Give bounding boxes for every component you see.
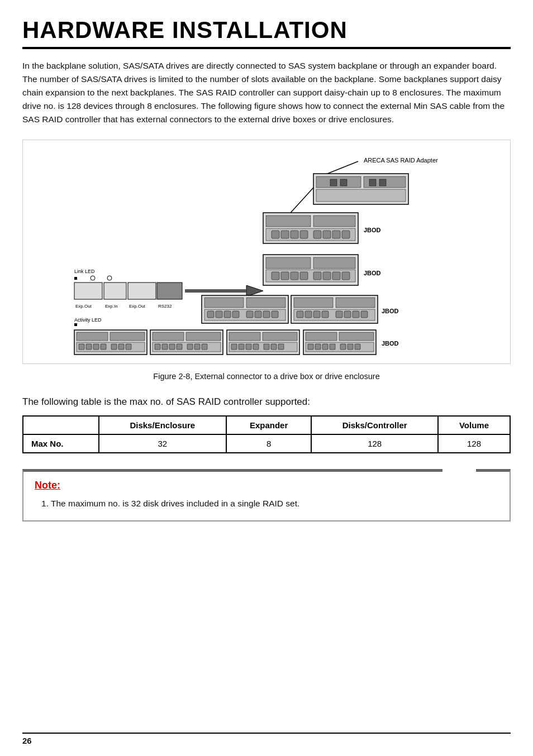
svg-rect-55 xyxy=(246,298,285,308)
row-label-max: Max No. xyxy=(23,434,99,453)
svg-rect-32 xyxy=(281,231,289,238)
note-title: Note: xyxy=(35,480,498,491)
svg-rect-110 xyxy=(278,344,284,350)
svg-rect-3 xyxy=(316,176,361,188)
svg-rect-112 xyxy=(306,332,337,341)
footer-rule xyxy=(22,733,511,734)
svg-rect-107 xyxy=(253,344,259,350)
page-number: 26 xyxy=(22,736,32,745)
table-row: Max No. 32 8 128 128 xyxy=(23,434,510,453)
svg-rect-95 xyxy=(169,344,175,350)
svg-rect-88 xyxy=(126,344,131,350)
svg-rect-57 xyxy=(207,311,214,318)
svg-rect-90 xyxy=(153,332,184,341)
cell-volume: 128 xyxy=(438,434,510,453)
svg-rect-5 xyxy=(316,189,406,202)
svg-rect-113 xyxy=(339,332,374,341)
svg-rect-67 xyxy=(336,298,375,308)
col-header-empty xyxy=(23,416,99,434)
svg-rect-109 xyxy=(271,344,277,350)
svg-rect-85 xyxy=(101,344,106,350)
svg-rect-120 xyxy=(348,344,353,350)
col-header-expander: Expander xyxy=(226,416,312,434)
svg-rect-72 xyxy=(322,311,329,318)
note-item-1: 1. The maximum no. is 32 disk drives inc… xyxy=(41,497,498,510)
col-header-volume: Volume xyxy=(438,416,510,434)
svg-rect-36 xyxy=(323,231,331,238)
svg-rect-106 xyxy=(246,344,251,350)
page-footer: 26 xyxy=(22,733,511,746)
svg-rect-8 xyxy=(369,179,376,186)
svg-rect-104 xyxy=(231,344,237,350)
svg-rect-87 xyxy=(118,344,124,350)
svg-rect-93 xyxy=(155,344,160,350)
svg-rect-46 xyxy=(291,272,298,280)
page-title: HARDWARE INSTALLATION xyxy=(22,17,511,44)
svg-rect-66 xyxy=(294,298,333,308)
cell-disks-controller: 128 xyxy=(311,434,438,453)
svg-rect-119 xyxy=(340,344,346,350)
svg-rect-102 xyxy=(263,332,297,341)
svg-point-14 xyxy=(107,276,112,280)
col-header-disks-enclosure: Disks/Enclosure xyxy=(99,416,226,434)
svg-rect-34 xyxy=(300,231,308,238)
svg-rect-83 xyxy=(86,344,92,350)
svg-rect-74 xyxy=(344,311,351,318)
svg-rect-44 xyxy=(272,272,279,280)
svg-rect-54 xyxy=(204,298,244,308)
intro-paragraph: In the backplane solution, SAS/SATA driv… xyxy=(22,59,511,126)
svg-rect-7 xyxy=(340,179,347,186)
table-intro: The following table is the max no. of SA… xyxy=(22,396,511,408)
svg-rect-35 xyxy=(313,231,321,238)
svg-rect-97 xyxy=(187,344,193,350)
svg-rect-60 xyxy=(232,311,239,318)
svg-rect-76 xyxy=(361,311,368,318)
svg-rect-94 xyxy=(162,344,168,350)
svg-rect-75 xyxy=(353,311,359,318)
svg-rect-73 xyxy=(336,311,342,318)
svg-rect-42 xyxy=(313,257,355,269)
svg-rect-101 xyxy=(229,332,260,341)
svg-rect-82 xyxy=(79,344,84,350)
cell-expander: 8 xyxy=(226,434,312,453)
svg-rect-59 xyxy=(224,311,231,318)
svg-rect-29 xyxy=(313,216,355,227)
svg-rect-37 xyxy=(332,231,340,238)
svg-rect-121 xyxy=(355,344,360,350)
svg-rect-33 xyxy=(291,231,298,238)
svg-text:Exp.Out: Exp.Out xyxy=(75,304,92,309)
svg-rect-61 xyxy=(246,311,253,318)
svg-rect-70 xyxy=(305,311,312,318)
note-box: Note: 1. The maximum no. is 32 disk driv… xyxy=(22,469,511,521)
svg-text:JBOD: JBOD xyxy=(364,270,381,276)
svg-rect-84 xyxy=(93,344,99,350)
svg-rect-105 xyxy=(239,344,244,350)
svg-rect-9 xyxy=(379,179,386,186)
svg-text:ARECA SAS RAID Adapter: ARECA SAS RAID Adapter xyxy=(364,157,438,164)
svg-marker-25 xyxy=(246,285,263,296)
svg-text:Activity LED: Activity LED xyxy=(74,317,102,323)
svg-rect-58 xyxy=(216,311,222,318)
svg-rect-69 xyxy=(297,311,303,318)
svg-rect-108 xyxy=(264,344,269,350)
svg-text:Exp.In: Exp.In xyxy=(105,304,118,309)
svg-rect-91 xyxy=(186,332,221,341)
svg-rect-63 xyxy=(263,311,270,318)
svg-rect-38 xyxy=(342,231,350,238)
svg-rect-98 xyxy=(194,344,200,350)
svg-rect-64 xyxy=(272,311,278,318)
svg-rect-99 xyxy=(202,344,207,350)
svg-text:JBOD: JBOD xyxy=(364,227,381,233)
svg-point-13 xyxy=(91,276,95,280)
diagram-container: ARECA SAS RAID Adapter Link LED Exp.Out xyxy=(22,140,511,364)
svg-rect-62 xyxy=(255,311,261,318)
svg-rect-6 xyxy=(330,179,337,186)
svg-rect-31 xyxy=(272,231,279,238)
svg-rect-86 xyxy=(111,344,117,350)
svg-rect-15 xyxy=(74,283,102,299)
svg-rect-12 xyxy=(74,277,77,280)
svg-rect-115 xyxy=(308,344,313,350)
svg-rect-118 xyxy=(330,344,335,350)
svg-text:RS232: RS232 xyxy=(158,304,172,309)
svg-rect-18 xyxy=(157,283,182,299)
